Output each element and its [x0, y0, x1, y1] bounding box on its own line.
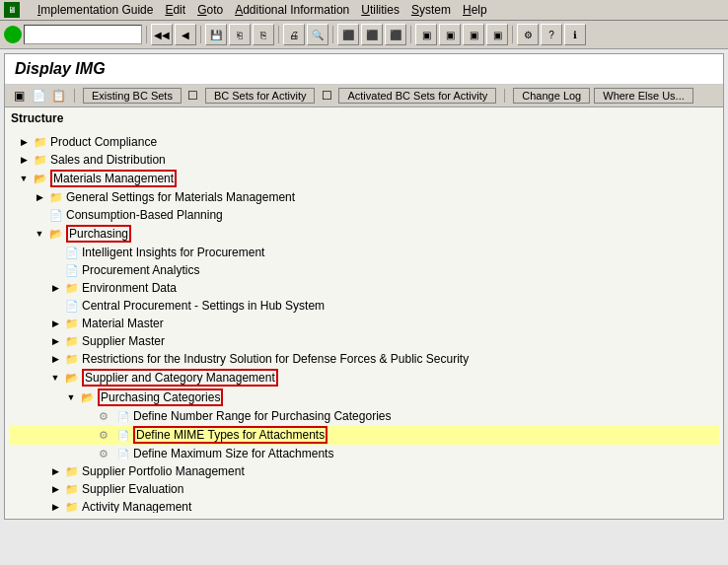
shortcut1-btn[interactable]: ⎗ [229, 24, 251, 45]
bc-sets-activity-btn[interactable]: BC Sets for Activity [205, 88, 316, 104]
tool6-btn[interactable]: ▣ [463, 24, 484, 45]
sep6 [512, 26, 513, 43]
tree-item-activity-mgmt[interactable]: ▶ 📁 Activity Management [9, 498, 719, 513]
folder-icon-am: 📁 [64, 499, 80, 513]
expand-sales-distribution[interactable]: ▶ [17, 153, 31, 167]
settings-btn[interactable]: ⚙ [517, 24, 539, 45]
sep2 [200, 26, 201, 43]
menu-edit[interactable]: Edit [165, 3, 185, 17]
tree-item-define-number-range[interactable]: ▶ ⚙ 📄 Define Number Range for Purchasing… [9, 407, 719, 425]
folder-icon-p: 📂 [48, 226, 64, 242]
tree-item-product-compliance[interactable]: ▶ 📁 Product Compliance [9, 133, 719, 151]
tree-item-supplier-master[interactable]: ▶ 📁 Supplier Master [9, 332, 719, 350]
command-input[interactable] [24, 25, 142, 44]
sep4 [332, 26, 333, 43]
box-materials-mgmt: Materials Management [50, 170, 177, 187]
bc-icon4: ☐ [185, 88, 201, 104]
label-supplier-master: Supplier Master [82, 334, 165, 348]
tree-item-purchasing-categories[interactable]: ▼ 📂 Purchasing Categories [9, 388, 719, 407]
label-restrictions: Restrictions for the Industry Solution f… [82, 352, 469, 366]
expand-pc[interactable]: ▼ [64, 390, 78, 404]
tool2-btn[interactable]: ⬛ [361, 24, 383, 45]
tree-container: ▶ 📁 Product Compliance ▶ 📁 Sales and Dis… [9, 131, 719, 513]
folder-icon-scm: 📂 [64, 370, 80, 386]
expand-ed[interactable]: ▶ [48, 281, 62, 295]
label-general-settings: General Settings for Materials Managemen… [66, 190, 295, 204]
tree-item-define-max-size[interactable]: ▶ ⚙ 📄 Define Maximum Size for Attachment… [9, 445, 719, 462]
tree-item-purchasing[interactable]: ▼ 📂 Purchasing [9, 224, 719, 244]
tree-item-procurement-analytics[interactable]: ▶ 📄 Procurement Analytics [9, 261, 719, 279]
activated-bc-sets-btn[interactable]: Activated BC Sets for Activity [338, 88, 496, 104]
expand-scm[interactable]: ▼ [48, 371, 62, 385]
menu-additional-info[interactable]: Additional Information [235, 3, 349, 17]
tree-item-general-settings[interactable]: ▶ 📁 General Settings for Materials Manag… [9, 188, 719, 206]
expand-matm[interactable]: ▶ [48, 317, 62, 330]
label-consumption-based: Consumption-Based Planning [66, 208, 223, 222]
bc-toolbar: ▣ 📄 📋 Existing BC Sets ☐ BC Sets for Act… [5, 85, 723, 107]
tree-item-supplier-evaluation[interactable]: ▶ 📁 Supplier Evaluation [9, 480, 719, 498]
label-define-number-range: Define Number Range for Purchasing Categ… [133, 409, 391, 423]
folder-icon-pc: 📂 [80, 389, 96, 405]
folder-icon-ed: 📁 [64, 280, 80, 296]
folder-icon-rest: 📁 [64, 351, 80, 367]
expand-spm[interactable]: ▶ [48, 464, 62, 478]
save-btn[interactable]: 💾 [205, 24, 227, 45]
tree-item-define-mime-types[interactable]: ▶ ⚙ 📄 Define MIME Types for Attachments [9, 425, 719, 445]
folder-icon-matm: 📁 [64, 316, 80, 331]
expand-se[interactable]: ▶ [48, 482, 62, 496]
folder-icon-sd: 📁 [33, 152, 48, 168]
folder-icon-se: 📁 [64, 481, 80, 497]
nav-prev-btn[interactable]: ◀◀ [151, 24, 173, 45]
tree-item-materials-mgmt[interactable]: ▼ 📂 Materials Management [9, 169, 719, 188]
tool5-btn[interactable]: ▣ [439, 24, 461, 45]
tree-item-restrictions[interactable]: ▶ 📁 Restrictions for the Industry Soluti… [9, 350, 719, 368]
tool7-btn[interactable]: ▣ [486, 24, 508, 45]
menu-system[interactable]: System [411, 3, 451, 17]
doc-icon-cb: 📄 [48, 207, 64, 223]
gear-doc-icon-dnr: ⚙ [96, 408, 111, 424]
print-btn[interactable]: 🖨 [283, 24, 305, 45]
tree-item-supplier-category[interactable]: ▼ 📂 Supplier and Category Management [9, 368, 719, 388]
sep1 [146, 26, 147, 43]
label-supplier-portfolio: Supplier Portfolio Management [82, 464, 245, 478]
menu-goto[interactable]: Goto [197, 3, 223, 17]
shortcut2-btn[interactable]: ⎘ [253, 24, 274, 45]
find-btn[interactable]: 🔍 [307, 24, 328, 45]
tree-item-intelligent-insights[interactable]: ▶ 📄 Intelligent Insights for Procurement [9, 244, 719, 261]
label-purchasing: Purchasing [66, 225, 131, 243]
tree-item-consumption-based[interactable]: ▶ 📄 Consumption-Based Planning [9, 206, 719, 224]
expand-purchasing[interactable]: ▼ [33, 227, 46, 241]
menu-utilities[interactable]: Utilities [361, 3, 400, 17]
box-purchasing: Purchasing [66, 225, 131, 243]
tree-item-sales-distribution[interactable]: ▶ 📁 Sales and Distribution [9, 151, 719, 169]
tool1-btn[interactable]: ⬛ [337, 24, 359, 45]
expand-materials-mgmt[interactable]: ▼ [17, 172, 31, 185]
label-activity-mgmt: Activity Management [82, 500, 191, 513]
tree-item-environment-data[interactable]: ▶ 📁 Environment Data [9, 279, 719, 297]
tool3-btn[interactable]: ⬛ [385, 24, 406, 45]
expand-am[interactable]: ▶ [48, 500, 62, 513]
expand-general-settings[interactable]: ▶ [33, 190, 46, 204]
info-btn[interactable]: ℹ [564, 24, 586, 45]
expand-sm[interactable]: ▶ [48, 334, 62, 348]
tool4-btn[interactable]: ▣ [415, 24, 437, 45]
status-indicator [4, 26, 22, 43]
nav-back-btn[interactable]: ◀ [175, 24, 196, 45]
tree-item-supplier-portfolio[interactable]: ▶ 📁 Supplier Portfolio Management [9, 462, 719, 480]
expand-rest[interactable]: ▶ [48, 352, 62, 366]
help-btn[interactable]: ? [541, 24, 562, 45]
tree-item-material-master[interactable]: ▶ 📁 Material Master [9, 315, 719, 332]
menu-bar: 🖥 Implementation Guide Edit Goto Additio… [0, 0, 728, 21]
existing-bc-sets-btn[interactable]: Existing BC Sets [83, 88, 182, 104]
change-log-btn[interactable]: Change Log [513, 88, 590, 104]
gear-doc-icon-dmt: ⚙ [96, 427, 111, 443]
expand-product-compliance[interactable]: ▶ [17, 135, 31, 149]
gear-doc-icon-dms: ⚙ [96, 446, 111, 461]
folder-icon-spm: 📁 [64, 463, 80, 479]
menu-help[interactable]: Help [463, 3, 487, 17]
menu-implementation-guide[interactable]: Implementation Guide [37, 3, 153, 17]
label-intelligent-insights: Intelligent Insights for Procurement [82, 246, 264, 259]
tree-item-central-procurement[interactable]: ▶ 📄 Central Procurement - Settings in Hu… [9, 297, 719, 315]
where-else-used-btn[interactable]: Where Else Us... [594, 88, 693, 104]
sep5 [410, 26, 411, 43]
